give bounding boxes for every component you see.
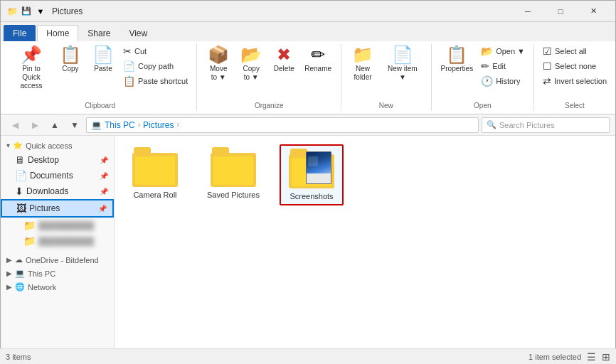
recent-button[interactable]: ▼ <box>66 117 83 134</box>
sidebar-item-pictures[interactable]: 🖼 Pictures 📌 <box>1 199 114 218</box>
open-label: Open <box>432 100 533 109</box>
move-to-icon: 📦 <box>208 46 229 63</box>
item-count: 3 items <box>6 353 31 361</box>
desktop-pin: 📌 <box>100 156 108 164</box>
sidebar-item-desktop[interactable]: 🖥 Desktop 📌 <box>1 152 114 168</box>
ribbon: 📌 Pin to Quickaccess 📋 Copy 📄 Paste ✂ Cu… <box>1 41 615 114</box>
file-area: Camera Roll Saved Pictures <box>115 136 615 360</box>
new-item-button[interactable]: 📄 New item ▼ <box>380 44 425 84</box>
rename-button[interactable]: ✏ Rename <box>301 44 335 75</box>
sub1-icon: 📁 <box>23 220 36 231</box>
view-toggle-list[interactable]: ☰ <box>587 351 596 363</box>
edit-button[interactable]: ✏ Edit <box>478 59 528 73</box>
select-all-button[interactable]: ☑ Select all <box>540 44 610 58</box>
camera-roll-icon <box>132 147 178 187</box>
cut-button[interactable]: ✂ Cut <box>120 44 191 58</box>
paste-shortcut-button[interactable]: 📋 Paste shortcut <box>120 74 191 88</box>
address-bar: ◀ ▶ ▲ ▼ 💻 This PC › Pictures › 🔍 Search … <box>1 114 615 136</box>
ribbon-tabs: File Home Share View <box>1 22 615 41</box>
new-item-icon: 📄 <box>392 46 413 63</box>
delete-button[interactable]: ✖ Delete <box>268 44 299 75</box>
folder-camera-roll[interactable]: Camera Roll <box>123 144 187 205</box>
tab-file[interactable]: File <box>4 25 36 41</box>
quick-access-section[interactable]: ▾ ⭐ Quick access <box>1 139 114 152</box>
downloads-pin: 📌 <box>100 188 108 196</box>
select-none-button[interactable]: ☐ Select none <box>540 59 610 73</box>
title-bar-left: 📁 💾 ▼ Pictures <box>6 6 83 17</box>
organize-label: Organize <box>197 100 341 109</box>
copy-to-button[interactable]: 📂 Copyto ▼ <box>235 44 267 84</box>
camera-roll-label: Camera Roll <box>133 190 176 200</box>
delete-icon: ✖ <box>277 46 291 63</box>
view-toggle-grid[interactable]: ⊞ <box>602 351 610 363</box>
sidebar-sub2[interactable]: 📁 ██████████ <box>1 233 114 249</box>
window-controls[interactable]: ─ □ ✕ <box>511 1 610 22</box>
onedrive-section[interactable]: ▶ ☁ OneDrive - Bitdefend <box>1 253 114 267</box>
back-button[interactable]: ◀ <box>6 117 23 134</box>
desktop-label: Desktop <box>28 155 59 165</box>
minimize-button[interactable]: ─ <box>511 1 544 22</box>
move-to-button[interactable]: 📦 Moveto ▼ <box>203 44 234 84</box>
sidebar-item-downloads[interactable]: ⬇ Downloads 📌 <box>1 183 114 199</box>
folder-screenshots[interactable]: Screenshots <box>280 144 344 205</box>
select-all-label: Select all <box>555 47 587 55</box>
documents-label: Documents <box>30 171 73 181</box>
screenshots-icon <box>289 149 334 188</box>
sidebar-sub1[interactable]: 📁 ██████████ <box>1 218 114 233</box>
title-bar: 📁 💾 ▼ Pictures ─ □ ✕ <box>1 1 615 22</box>
tab-view[interactable]: View <box>120 25 156 41</box>
tab-share[interactable]: Share <box>78 25 120 41</box>
new-folder-label: Newfolder <box>354 65 372 82</box>
quick-access-save: 💾 <box>21 6 32 17</box>
edit-label: Edit <box>492 62 506 70</box>
pictures-link[interactable]: Pictures <box>143 120 174 130</box>
sub2-label: ██████████ <box>38 237 94 245</box>
invert-selection-label: Invert selection <box>554 77 607 85</box>
sidebar-item-documents[interactable]: 📄 Documents 📌 <box>1 168 114 183</box>
cut-icon: ✂ <box>123 46 132 57</box>
move-to-label: Moveto ▼ <box>210 65 227 82</box>
paste-shortcut-icon: 📋 <box>123 75 135 87</box>
properties-button[interactable]: 📋 Properties <box>437 44 477 75</box>
search-icon: 🔍 <box>487 120 496 129</box>
clipboard-label: Clipboard <box>4 100 196 109</box>
paste-button[interactable]: 📄 Paste <box>87 44 119 75</box>
network-arrow: ▶ <box>6 283 12 291</box>
copy-path-button[interactable]: 📄 Copy path <box>120 59 191 73</box>
documents-icon: 📄 <box>15 170 27 181</box>
group-clipboard: 📌 Pin to Quickaccess 📋 Copy 📄 Paste ✂ Cu… <box>4 44 197 111</box>
up-button[interactable]: ▲ <box>46 117 63 134</box>
history-button[interactable]: 🕐 History <box>478 74 528 88</box>
open-icon: 📂 <box>481 46 493 57</box>
network-section[interactable]: ▶ 🌐 Network <box>1 280 114 294</box>
copy-path-label: Copy path <box>138 62 174 70</box>
folder-saved-pictures[interactable]: Saved Pictures <box>201 144 265 205</box>
maximize-button[interactable]: □ <box>544 1 577 22</box>
thispc-arrow: ▶ <box>6 269 12 277</box>
delete-label: Delete <box>274 65 294 73</box>
screenshots-label: Screenshots <box>290 191 333 201</box>
downloads-icon: ⬇ <box>15 186 23 197</box>
copy-button[interactable]: 📋 Copy <box>55 44 86 75</box>
history-label: History <box>496 77 520 85</box>
properties-icon: 📋 <box>446 46 467 63</box>
address-path[interactable]: 💻 This PC › Pictures › <box>86 117 479 133</box>
copy-icon: 📋 <box>60 46 81 63</box>
search-box[interactable]: 🔍 Search Pictures <box>482 117 610 133</box>
rename-icon: ✏ <box>311 46 325 63</box>
invert-selection-button[interactable]: ⇄ Invert selection <box>540 74 610 88</box>
select-none-label: Select none <box>555 62 596 70</box>
quick-access-star: ⭐ <box>13 141 23 150</box>
pictures-label: Pictures <box>29 203 60 213</box>
new-label: New <box>341 100 431 109</box>
pin-button[interactable]: 📌 Pin to Quickaccess <box>9 44 53 92</box>
select-all-icon: ☑ <box>543 46 552 57</box>
tab-home[interactable]: Home <box>37 25 78 42</box>
thispc-section[interactable]: ▶ 💻 This PC <box>1 267 114 280</box>
close-button[interactable]: ✕ <box>577 1 610 22</box>
forward-button[interactable]: ▶ <box>26 117 43 134</box>
this-pc-link[interactable]: This PC <box>105 120 135 130</box>
new-folder-button[interactable]: 📁 Newfolder <box>347 44 378 84</box>
open-button[interactable]: 📂 Open ▼ <box>478 44 528 58</box>
downloads-label: Downloads <box>26 186 68 196</box>
